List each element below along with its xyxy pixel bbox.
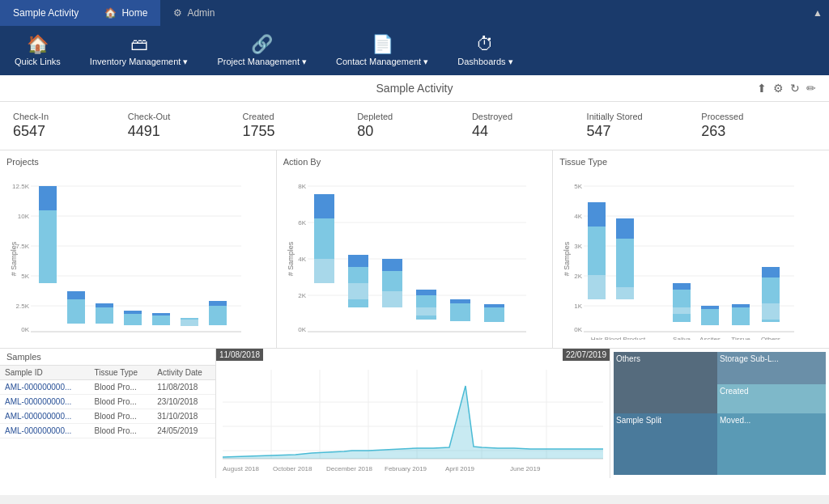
- stat-processed-label: Processed: [701, 112, 816, 121]
- refresh-icon[interactable]: ↻: [790, 82, 800, 95]
- svg-rect-52: [484, 307, 504, 322]
- svg-rect-48: [416, 290, 436, 295]
- timeline-end-date: 22/07/2019: [563, 349, 610, 361]
- timeline-start-date: 11/08/2018: [216, 349, 263, 361]
- svg-rect-80: [673, 283, 691, 290]
- svg-text:5K: 5K: [575, 183, 583, 190]
- svg-rect-78: [616, 287, 634, 299]
- svg-text:Tissue: Tissue: [732, 336, 751, 340]
- activity-date-3: 24/05/2019: [152, 424, 215, 438]
- treemap-cell-sample-split: Sample Split: [614, 413, 717, 475]
- svg-rect-19: [124, 314, 142, 325]
- svg-text:3K: 3K: [575, 243, 583, 250]
- projects-chart-panel: Projects # Samples 12.5K 10K 7.5K 5K 2.5…: [0, 150, 277, 348]
- activity-date-2: 31/10/2018: [152, 409, 215, 423]
- svg-text:Ascites: Ascites: [699, 336, 721, 340]
- svg-rect-49: [416, 307, 436, 316]
- stat-initially-stored-value: 547: [587, 123, 702, 140]
- svg-rect-45: [382, 259, 402, 271]
- col-activity-date: Activity Date: [152, 366, 215, 379]
- nav-inventory-management[interactable]: 🗃 Inventory Management ▾: [83, 31, 195, 70]
- stat-depleted-label: Depleted: [357, 112, 472, 121]
- tissue-type-chart-panel: Tissue Type # Samples 5K 4K 3K 2K 1K 0K: [553, 150, 829, 348]
- table-row: AML-000000000... Blood Pro... 31/10/2018: [0, 409, 215, 424]
- nav-project-management[interactable]: 🔗 Project Management ▾: [210, 31, 313, 70]
- svg-text:8K: 8K: [298, 183, 306, 190]
- stat-checkout-label: Check-Out: [128, 112, 243, 121]
- nav-contact-management[interactable]: 📄 Contact Management ▾: [329, 31, 435, 70]
- stat-checkin-value: 6547: [13, 123, 128, 140]
- svg-text:7.5K: 7.5K: [16, 243, 30, 250]
- svg-rect-51: [450, 299, 470, 303]
- svg-text:5K: 5K: [21, 273, 29, 280]
- dashboard-actions: ⬆ ⚙ ↻ ✏: [757, 82, 816, 95]
- svg-text:6K: 6K: [298, 219, 306, 227]
- share-icon[interactable]: ⬆: [757, 82, 767, 95]
- svg-text:Saliva: Saliva: [673, 336, 691, 340]
- stat-destroyed-value: 44: [472, 123, 587, 140]
- tab-home[interactable]: 🏠 Home: [91, 0, 160, 26]
- svg-text:# Samples: # Samples: [563, 241, 571, 276]
- tissue-type-0: Blood Pro...: [90, 380, 153, 394]
- table-head: Sample ID Tissue Type Activity Date: [0, 366, 215, 380]
- svg-rect-81: [673, 307, 691, 314]
- svg-text:2.5K: 2.5K: [16, 303, 30, 310]
- svg-rect-39: [314, 194, 334, 218]
- svg-text:0K: 0K: [575, 326, 583, 333]
- dashboard-header: Sample Activity ⬆ ⚙ ↻ ✏: [0, 75, 829, 102]
- sample-id-0[interactable]: AML-000000000...: [0, 380, 90, 394]
- inventory-icon: 🗃: [130, 34, 148, 55]
- activity-date-1: 23/10/2018: [152, 395, 215, 409]
- tissue-type-3: Blood Pro...: [90, 424, 153, 438]
- treemap-cell-others: Others: [614, 352, 717, 413]
- stat-created: Created 1755: [242, 112, 357, 140]
- nav-quick-links[interactable]: 🏠 Quick Links: [8, 31, 67, 70]
- sample-id-2[interactable]: AML-000000000...: [0, 409, 90, 423]
- projects-chart-title: Projects: [6, 157, 270, 167]
- stat-initially-stored-label: Initially Stored: [587, 112, 702, 121]
- treemap-panel: Others Storage Sub-L... Created Sample S…: [610, 349, 829, 478]
- tab-admin[interactable]: ⚙ Admin: [160, 0, 227, 26]
- sample-id-1[interactable]: AML-000000000...: [0, 395, 90, 409]
- projects-chart-svg: # Samples 12.5K 10K 7.5K 5K 2.5K 0K: [6, 170, 249, 340]
- svg-rect-18: [96, 303, 113, 307]
- samples-table-title: Samples: [0, 349, 215, 366]
- timeline-panel: 11/08/2018 22/07/2019: [216, 349, 610, 478]
- svg-rect-23: [181, 320, 198, 326]
- tissue-type-2: Blood Pro...: [90, 409, 153, 423]
- admin-icon: ⚙: [173, 7, 182, 19]
- main-nav: 🏠 Quick Links 🗃 Inventory Management ▾ 🔗…: [0, 26, 829, 75]
- svg-rect-13: [39, 210, 57, 283]
- contact-icon: 📄: [372, 34, 393, 55]
- svg-rect-42: [348, 255, 368, 267]
- svg-rect-84: [732, 307, 750, 325]
- svg-text:0K: 0K: [298, 326, 306, 333]
- stat-checkin: Check-In 6547: [13, 112, 128, 140]
- svg-rect-21: [152, 316, 170, 325]
- svg-rect-75: [588, 275, 606, 299]
- timeline-svg: August 2018 October 2018 December 2018 F…: [223, 370, 603, 489]
- svg-rect-88: [762, 303, 780, 320]
- stat-checkout-value: 4491: [128, 123, 243, 140]
- scroll-up-icon[interactable]: ▲: [806, 7, 829, 19]
- dashboards-icon: ⏱: [476, 34, 494, 55]
- stat-depleted: Depleted 80: [357, 112, 472, 140]
- svg-text:1K: 1K: [575, 303, 583, 310]
- edit-icon[interactable]: ✏: [806, 82, 816, 95]
- stat-processed-value: 263: [701, 123, 816, 140]
- svg-rect-74: [588, 202, 606, 227]
- svg-rect-77: [616, 218, 634, 239]
- stat-checkout: Check-Out 4491: [128, 112, 243, 140]
- svg-text:Hair: Hair: [591, 336, 603, 340]
- nav-dashboards[interactable]: ⏱ Dashboards ▾: [451, 31, 519, 70]
- svg-text:October 2018: October 2018: [273, 465, 312, 472]
- tab-sample-activity[interactable]: Sample Activity: [0, 0, 91, 26]
- settings-icon[interactable]: ⚙: [773, 82, 784, 95]
- svg-rect-79: [673, 290, 691, 322]
- main-content: Sample Activity ⬆ ⚙ ↻ ✏ Check-In 6547 Ch…: [0, 75, 829, 495]
- treemap-cell-storage: Storage Sub-L...: [717, 352, 826, 384]
- action-by-chart-svg: # Samples 8K 6K 4K 2K 0K: [283, 170, 534, 340]
- svg-text:February 2019: February 2019: [385, 465, 427, 472]
- action-by-chart-panel: Action By # Samples 8K 6K 4K 2K 0K: [277, 150, 554, 348]
- sample-id-3[interactable]: AML-000000000...: [0, 424, 90, 438]
